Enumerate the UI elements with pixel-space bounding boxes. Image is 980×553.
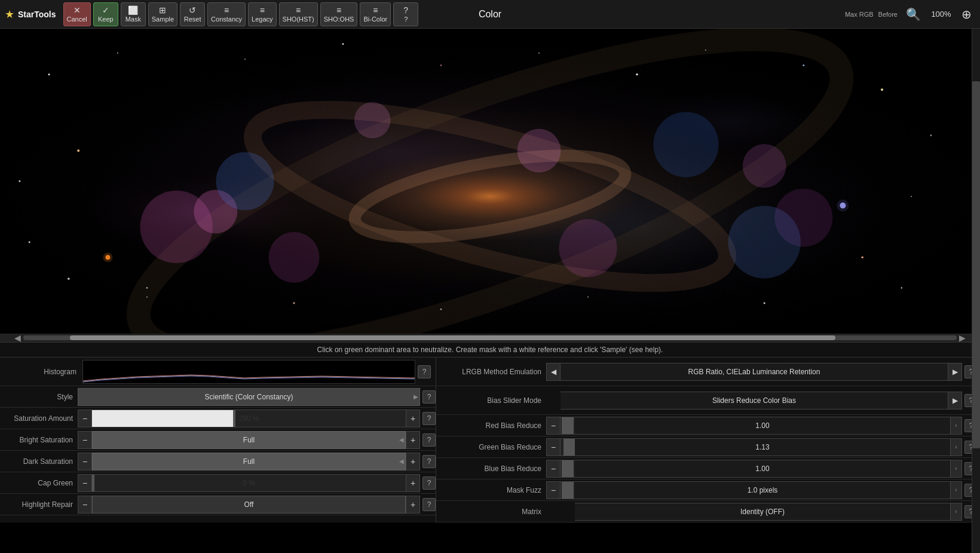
svg-point-45 — [103, 253, 112, 262]
bright-saturation-help[interactable]: ? — [422, 433, 436, 447]
lrgb-left-arrow[interactable]: ◀ — [546, 363, 561, 381]
keep-button[interactable]: ✓ Keep — [93, 2, 118, 26]
scroll-right-arrow[interactable]: ▶ — [957, 333, 968, 343]
matrix-right-arrow[interactable]: › — [950, 503, 962, 521]
zoom-out-button[interactable]: 🔍 — [902, 6, 924, 23]
svg-point-26 — [342, 43, 344, 45]
dark-saturation-display[interactable]: Full ◀ — [92, 453, 406, 470]
bi-color-icon: ≡ — [373, 6, 378, 14]
bright-saturation-display[interactable]: Full ◀ — [92, 431, 406, 449]
highlight-repair-display[interactable]: Off — [92, 496, 406, 514]
dark-saturation-help[interactable]: ? — [422, 455, 436, 468]
red-bias-minus[interactable]: − — [546, 417, 561, 435]
green-bias-label: Green Bias Reduce — [439, 443, 546, 451]
svg-point-12 — [559, 219, 617, 277]
highlight-repair-help[interactable]: ? — [422, 498, 436, 511]
cancel-label: Cancel — [67, 16, 87, 23]
histogram-display — [82, 360, 415, 384]
constancy-button[interactable]: ≡ Constancy — [207, 2, 246, 26]
dark-sat-arrow: ◀ — [399, 458, 404, 465]
help-button[interactable]: ? ? — [393, 2, 418, 26]
blue-bias-row: Blue Bias Reduce − 1.00 › ? — [436, 458, 980, 479]
cap-green-value: 0 % — [92, 479, 406, 487]
bright-saturation-plus[interactable]: + — [406, 431, 420, 449]
mask-fuzz-slider[interactable] — [561, 481, 575, 499]
svg-point-31 — [803, 65, 804, 66]
red-bias-right-arrow[interactable]: › — [950, 417, 962, 435]
histogram-row: Histogram ? — [0, 358, 436, 386]
bias-mode-row: Bias Slider Mode Sliders Reduce Color Bi… — [436, 386, 980, 415]
svg-point-19 — [728, 206, 800, 278]
style-arrow-icon: ▶ — [414, 393, 418, 400]
reset-button[interactable]: ↺ Reset — [180, 2, 205, 26]
bright-saturation-minus[interactable]: − — [78, 431, 92, 449]
svg-point-30 — [705, 50, 706, 51]
green-bias-minus[interactable]: − — [546, 438, 561, 456]
galaxy-image[interactable] — [0, 29, 980, 334]
mask-fuzz-right-arrow[interactable]: › — [950, 481, 962, 499]
style-value[interactable]: Scientific (Color Constancy) ▶ — [78, 388, 420, 406]
sample-button[interactable]: ⊞ Sample — [148, 2, 177, 26]
left-panel: Histogram ? Style Scientific (Color Cons… — [0, 358, 436, 523]
saturation-amount-slider[interactable]: 290 % — [92, 410, 406, 427]
svg-point-15 — [743, 144, 786, 188]
sho-hst-label: SHO(HST) — [283, 16, 314, 23]
bi-color-label: Bi-Color — [363, 16, 387, 23]
svg-point-21 — [117, 53, 118, 54]
bias-mode-right-arrow[interactable]: ▶ — [948, 392, 962, 410]
bright-saturation-label: Bright Saturation — [0, 436, 78, 444]
svg-point-20 — [48, 74, 50, 75]
style-help-button[interactable]: ? — [422, 390, 436, 404]
mask-fuzz-minus[interactable]: − — [546, 481, 561, 499]
scroll-left-arrow[interactable]: ◀ — [12, 333, 23, 343]
blue-bias-minus[interactable]: − — [546, 460, 561, 478]
svg-point-41 — [146, 297, 148, 298]
bi-color-button[interactable]: ≡ Bi-Color — [360, 2, 391, 26]
keep-label: Keep — [98, 16, 114, 23]
vertical-scrollbar[interactable] — [972, 29, 980, 553]
blue-bias-slider[interactable] — [561, 460, 575, 478]
scroll-thumb[interactable] — [70, 335, 835, 340]
highlight-repair-plus[interactable]: + — [406, 496, 420, 514]
zoom-level: 100% — [929, 10, 953, 19]
green-bias-slider[interactable] — [561, 438, 575, 456]
svg-point-23 — [29, 242, 30, 243]
sho-hst-button[interactable]: ≡ SHO(HST) — [279, 2, 318, 26]
saturation-amount-label: Saturation Amount — [0, 414, 78, 423]
cap-green-help[interactable]: ? — [422, 476, 436, 490]
zoom-in-button[interactable]: ⊕ — [958, 6, 975, 23]
red-bias-row: Red Bias Reduce − 1.00 › ? — [436, 415, 980, 436]
horizontal-scrollbar[interactable]: ◀ ▶ — [0, 334, 980, 342]
lrgb-label: LRGB Method Emulation — [439, 368, 546, 376]
cap-green-slider[interactable]: 0 % — [92, 474, 406, 492]
star-icon: ★ — [5, 8, 14, 21]
cap-green-plus[interactable]: + — [406, 474, 420, 492]
svg-point-25 — [244, 59, 246, 60]
cancel-button[interactable]: ✕ Cancel — [63, 2, 91, 26]
max-rgb-label: Max RGB — [845, 11, 874, 18]
vscroll-thumb[interactable] — [972, 81, 980, 448]
red-bias-slider[interactable] — [561, 417, 575, 435]
svg-point-37 — [764, 303, 765, 304]
legacy-button[interactable]: ≡ Legacy — [248, 2, 276, 26]
legacy-icon: ≡ — [260, 6, 265, 14]
bright-saturation-row: Bright Saturation − Full ◀ + ? — [0, 429, 436, 451]
sho-ohs-button[interactable]: ≡ SHO:OHS — [320, 2, 358, 26]
highlight-repair-label: Highlight Repair — [0, 500, 78, 509]
saturation-amount-help[interactable]: ? — [422, 412, 436, 425]
green-bias-right-arrow[interactable]: › — [950, 438, 962, 456]
mask-label: Mask — [125, 16, 141, 23]
dark-saturation-minus[interactable]: − — [78, 453, 92, 470]
blue-bias-right-arrow[interactable]: › — [950, 460, 962, 478]
histogram-help-button[interactable]: ? — [418, 365, 431, 378]
highlight-repair-minus[interactable]: − — [78, 496, 92, 514]
saturation-amount-plus[interactable]: + — [406, 410, 420, 427]
mask-button[interactable]: ⬜ Mask — [121, 2, 146, 26]
scroll-track[interactable] — [23, 335, 957, 340]
lrgb-right-arrow[interactable]: ▶ — [948, 363, 962, 381]
saturation-amount-minus[interactable]: − — [78, 410, 92, 427]
style-row: Style Scientific (Color Constancy) ▶ ? — [0, 386, 436, 408]
cap-green-minus[interactable]: − — [78, 474, 92, 492]
image-area[interactable] — [0, 29, 980, 334]
dark-saturation-plus[interactable]: + — [406, 453, 420, 470]
